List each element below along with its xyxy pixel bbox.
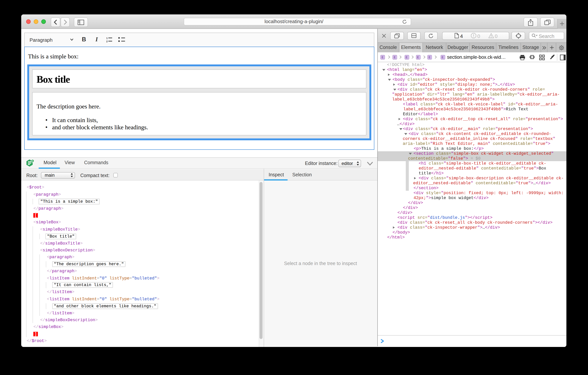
- svg-text:1: 1: [106, 37, 107, 39]
- svg-text:2: 2: [106, 40, 107, 42]
- svg-text:5: 5: [32, 160, 33, 162]
